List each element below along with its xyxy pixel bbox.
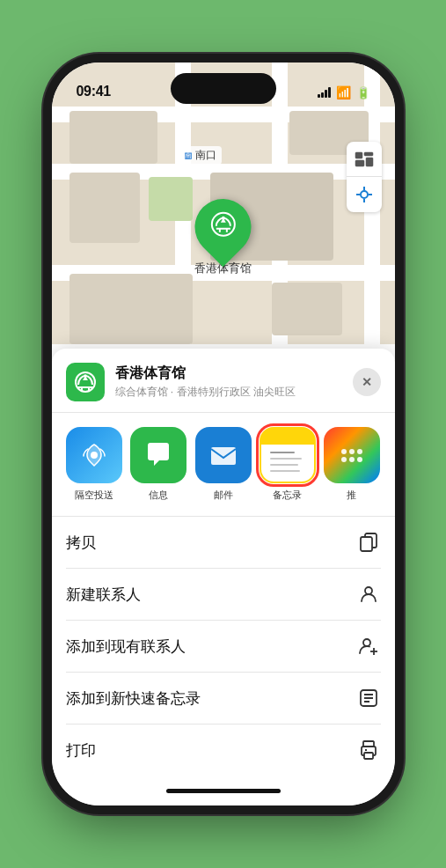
action-copy[interactable]: 拷贝 [66,517,381,569]
sheet-subtitle: 综合体育馆 · 香港特别行政区 油尖旺区 [115,385,353,400]
location-pin: 香港体育馆 [194,199,252,276]
place-icon [66,363,105,401]
action-label: 添加到现有联系人 [66,636,186,657]
messages-icon [130,427,186,483]
svg-rect-3 [366,158,373,166]
sheet-header: 香港体育馆 综合体育馆 · 香港特别行政区 油尖旺区 ✕ [52,349,395,413]
svg-rect-20 [211,447,236,465]
svg-point-24 [363,639,370,646]
app-label: 备忘录 [273,489,302,502]
status-icons: 📶 🔋 [318,85,370,99]
action-print[interactable]: 打印 [66,725,381,776]
sheet-title: 香港体育馆 [115,364,353,383]
app-label: 信息 [149,489,168,502]
signal-icon [318,87,331,98]
dynamic-island [171,73,276,104]
status-time: 09:41 [77,84,111,99]
location-btn[interactable] [347,177,382,212]
action-quick-note[interactable]: 添加到新快速备忘录 [66,673,381,725]
svg-point-4 [361,191,368,198]
notes-icon [260,427,316,483]
note-icon [356,686,381,710]
map-view-btn[interactable] [347,142,382,177]
wifi-icon: 📶 [336,85,351,99]
app-airdrop[interactable]: 隔空投送 [62,427,127,502]
app-mail[interactable]: 邮件 [191,427,255,502]
print-icon [356,738,381,762]
share-sheet: 香港体育馆 综合体育馆 · 香港特别行政区 油尖旺区 ✕ 隔空投送 [52,349,395,805]
svg-rect-31 [363,741,374,747]
map-block [69,173,140,243]
app-messages[interactable]: 信息 [127,427,191,502]
apps-row: 隔空投送 信息 邮件 [52,413,395,517]
action-new-contact[interactable]: 新建联系人 [66,569,381,621]
action-label: 打印 [66,740,96,761]
svg-rect-2 [355,160,364,166]
airdrop-icon [66,427,122,483]
app-notes[interactable]: 备忘录 [255,427,319,502]
map-block [69,111,157,164]
label-icon: 南 [185,152,192,159]
battery-icon: 🔋 [356,86,370,99]
app-more[interactable]: 推 [319,427,384,502]
phone-frame: 09:41 📶 🔋 [52,63,395,805]
person-icon [356,582,381,607]
more-icon [324,427,380,483]
sheet-title-area: 香港体育馆 综合体育馆 · 香港特别行政区 油尖旺区 [115,364,353,400]
close-button[interactable]: ✕ [353,368,381,396]
copy-icon [356,530,381,555]
pin-circle [183,188,263,268]
svg-point-18 [84,374,87,378]
pin-icon [209,210,238,245]
svg-point-19 [91,452,98,459]
action-label: 拷贝 [66,533,96,553]
svg-point-23 [365,587,372,594]
person-add-icon [356,634,381,658]
svg-rect-0 [355,152,362,158]
map-block [69,274,193,344]
svg-rect-33 [364,753,373,759]
home-indicator [166,789,281,793]
app-label: 推 [347,489,356,502]
map-block [272,283,342,335]
app-label: 邮件 [214,489,233,502]
map-block-green [149,177,193,221]
map-label: 南 南口 [179,146,222,165]
app-label: 隔空投送 [75,489,113,502]
action-label: 添加到新快速备忘录 [66,688,201,709]
map-controls [347,142,382,212]
svg-rect-1 [364,152,373,156]
mail-icon [195,427,252,483]
svg-rect-22 [361,537,372,551]
action-add-contact[interactable]: 添加到现有联系人 [66,621,381,673]
action-label: 新建联系人 [66,585,141,605]
action-list: 拷贝 新建联系人 添加到现有联系人 [52,517,395,776]
home-indicator-area [52,776,395,805]
